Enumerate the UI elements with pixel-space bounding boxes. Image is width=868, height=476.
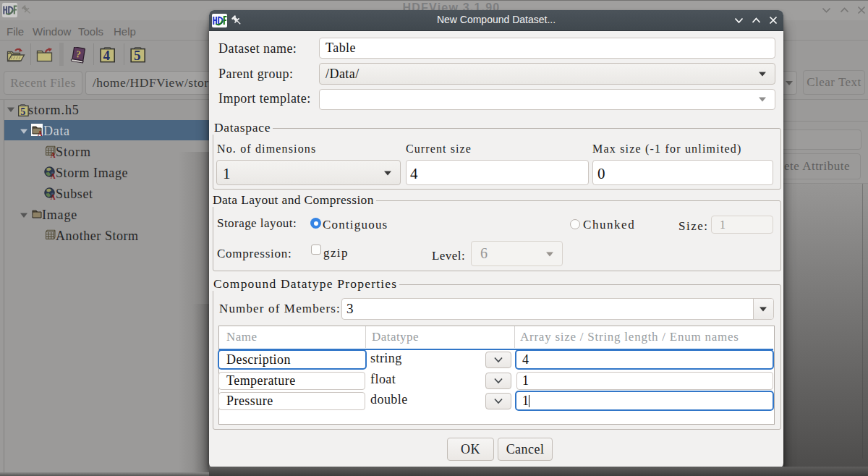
svg-text:A: A [51, 152, 56, 158]
svg-text:4: 4 [103, 48, 111, 63]
svg-text:A: A [51, 194, 56, 200]
svg-text:5: 5 [134, 48, 141, 63]
svg-text:A: A [38, 130, 43, 136]
svg-text:5: 5 [20, 106, 25, 116]
svg-text:A: A [51, 173, 56, 179]
